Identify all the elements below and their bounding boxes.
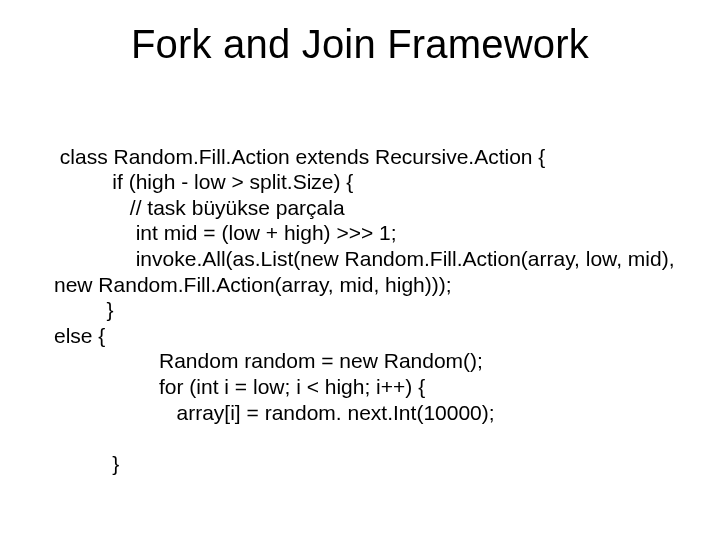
code-line: } (54, 452, 119, 475)
slide-title: Fork and Join Framework (0, 22, 720, 67)
code-line: invoke.All(as.List(new Random.Fill.Actio… (54, 247, 674, 270)
code-line: for (int i = low; i < high; i++) { (54, 375, 425, 398)
code-block: class Random.Fill.Action extends Recursi… (54, 118, 674, 502)
slide: Fork and Join Framework class Random.Fil… (0, 0, 720, 540)
code-line: else { (54, 324, 105, 347)
code-line: // task büyükse parçala (54, 196, 345, 219)
code-line: } (54, 298, 114, 321)
code-line: array[i] = random. next.Int(10000); (54, 401, 495, 424)
code-line: new Random.Fill.Action(array, mid, high)… (54, 273, 452, 296)
code-line: class Random.Fill.Action extends Recursi… (54, 145, 545, 168)
code-line: Random random = new Random(); (54, 349, 483, 372)
code-line: if (high - low > split.Size) { (54, 170, 353, 193)
code-line: int mid = (low + high) >>> 1; (54, 221, 397, 244)
